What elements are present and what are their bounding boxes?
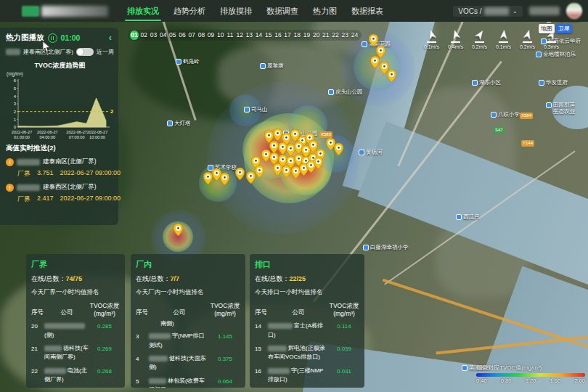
map-button-standard[interactable]: 地图 [539,24,555,33]
station-pin[interactable] [369,34,378,46]
station-pin[interactable] [220,173,229,185]
timeline-hour[interactable]: 11 [226,30,234,40]
timeline-hour[interactable]: 07 [187,30,196,40]
company-redacted [268,368,290,374]
timeline-hour[interactable]: 19 [302,30,311,40]
timeline-hour[interactable]: 21 [322,30,330,40]
push-entry[interactable]: !建泰西区(北侧厂界)厂界2.4172022-06-27 09:00:00 [6,183,114,204]
poi-icon [328,89,334,95]
playback-title: 热力图播放 [6,33,44,43]
nav-tab[interactable]: 数据报表 [351,0,383,22]
table-row[interactable]: 21德科技(车间南侧厂界)0.269 [31,344,120,362]
row-rank: 5 [136,377,149,385]
timeline-hour[interactable]: 06 [178,30,187,40]
timeline-hour[interactable]: 01 [130,30,139,40]
station-pin[interactable] [282,166,291,178]
playback-header: 热力图播放 01:00 ‹ [6,33,114,43]
timeline-hour[interactable]: 24 [350,30,359,40]
timeline-hour[interactable]: 09 [207,30,216,40]
map-label-text: 田园郡落生态农业 [553,102,575,115]
vocs-selector[interactable]: VOCs / ⌄ [453,6,523,17]
timeline-hour[interactable]: 10 [216,30,225,40]
station-pin[interactable] [334,143,343,155]
svg-text:1: 1 [14,118,17,122]
map-label-text: 司马山 [251,106,268,113]
nav-tab[interactable]: 排放实况 [127,0,159,22]
push-station-name: 建泰西区(北侧厂界) [43,183,97,192]
map-label-text: 八联小学 [498,111,520,118]
color-legend: 颜色对应TVOC值(mg/m³) 0.400.801.201.602.00 [476,364,585,384]
table-row[interactable]: 16宇(三楼NMP排放口)0.031 [255,367,359,385]
panel-subtitle: 今天厂内一小时均值排名 [136,288,240,297]
station-pin[interactable] [370,56,380,68]
push-station-name: 建泰南区(北侧厂界) [43,158,97,166]
map-button-satellite[interactable]: 卫星 [556,24,572,33]
row-rank: 21 [31,344,44,352]
timeline-hour[interactable]: 08 [197,30,205,40]
table-header: 序号公司TVOC浓度(mg/m³) [31,302,120,317]
wind-arrow-icon [497,28,510,41]
pause-button[interactable] [48,33,57,43]
poi-icon [491,112,497,118]
svg-text:2022-06-27: 2022-06-27 [66,130,87,134]
collapse-panel-icon[interactable]: ‹ [109,34,112,41]
push-entry[interactable]: !建泰南区(北侧厂界)厂界3.7512022-06-27 09:00:00 [6,158,114,179]
timeline-hour[interactable]: 18 [293,30,301,40]
push-list: !建泰南区(北侧厂界)厂界3.7512022-06-27 09:00:00!建泰… [6,158,114,204]
map-label: 虎头山公园 [328,89,363,95]
warning-icon: ! [6,158,14,166]
station-pin[interactable] [235,168,245,180]
vocs-value-redacted [484,7,509,15]
nav-tab[interactable]: 数据调查 [266,0,298,22]
timeline-hours: 0102030405060708091011121314151617181920… [128,30,362,41]
wind-speed-label: 0.2m/s [520,44,535,49]
timeline-hour[interactable]: 02 [139,30,148,40]
nav-tab[interactable]: 排放摸排 [220,0,252,22]
timeline-hour[interactable]: 05 [168,30,177,40]
map-label: 屋黎塘 [260,62,284,69]
timeline-hour[interactable]: 14 [254,30,263,40]
table-row[interactable]: 5林包装(收费车间门口)0.064 [136,377,240,388]
nav-tab[interactable]: 趋势分析 [173,0,205,22]
table-row[interactable]: 3宇(NMP排口测试)1.145 [136,332,240,350]
wind-indicator: 0.1m/s [496,29,511,49]
station-name-redacted [6,49,20,55]
map-label: 八联小学 [491,111,520,118]
road-badge: X583 [319,131,332,138]
ranking-panel: 排口在线/总数：22/25今天排口一小时均值排名序号公司TVOC浓度(mg/m³… [250,254,364,388]
station-pin[interactable] [255,166,264,178]
table-row[interactable]: 20(侧)0.285 [31,322,120,340]
table-row[interactable]: 22电池(北侧厂界)0.268 [31,367,120,385]
table-row[interactable]: 4健科技(天面东侧)0.375 [136,354,240,372]
timeline-hour[interactable]: 04 [159,30,168,40]
station-pin[interactable] [173,224,183,236]
poi-icon [536,52,542,57]
station-pin[interactable] [246,171,256,184]
avatar[interactable] [566,3,582,19]
timeline-hour[interactable]: 20 [312,30,321,40]
wind-baseline [499,41,508,43]
week-toggle[interactable] [76,48,94,56]
timeline-hour[interactable]: 15 [264,30,273,40]
station-pin[interactable] [387,70,396,82]
table-header: 序号公司TVOC浓度(mg/m³) [255,302,359,317]
road-badge: S47 [494,127,505,134]
table-header: 序号公司TVOC浓度(mg/m³) [136,302,240,317]
push-type: 厂界 [17,195,30,204]
svg-text:2: 2 [14,110,17,114]
svg-text:2022-06-27: 2022-06-27 [37,130,58,134]
timeline-hour[interactable]: 22 [331,30,340,40]
timeline-hour[interactable]: 17 [283,30,292,40]
map-label-text: 湖东小区 [479,79,501,86]
timeline-hour[interactable]: 13 [245,30,253,40]
table-row[interactable]: 15辉电池(正极涂布车间VOCs排放口)0.039 [255,344,359,362]
station-pin[interactable] [314,157,323,169]
table-row[interactable]: 14富士(A栋排口)0.114 [255,322,359,340]
legend-tick: 0.80 [501,377,512,384]
timeline-hour[interactable]: 12 [235,30,244,40]
map-label-text: 黄杨河 [366,149,383,155]
nav-tab[interactable]: 热力图 [313,0,337,22]
timeline-hour[interactable]: 23 [340,30,349,40]
timeline-hour[interactable]: 16 [274,30,282,40]
timeline-hour[interactable]: 03 [149,30,158,40]
